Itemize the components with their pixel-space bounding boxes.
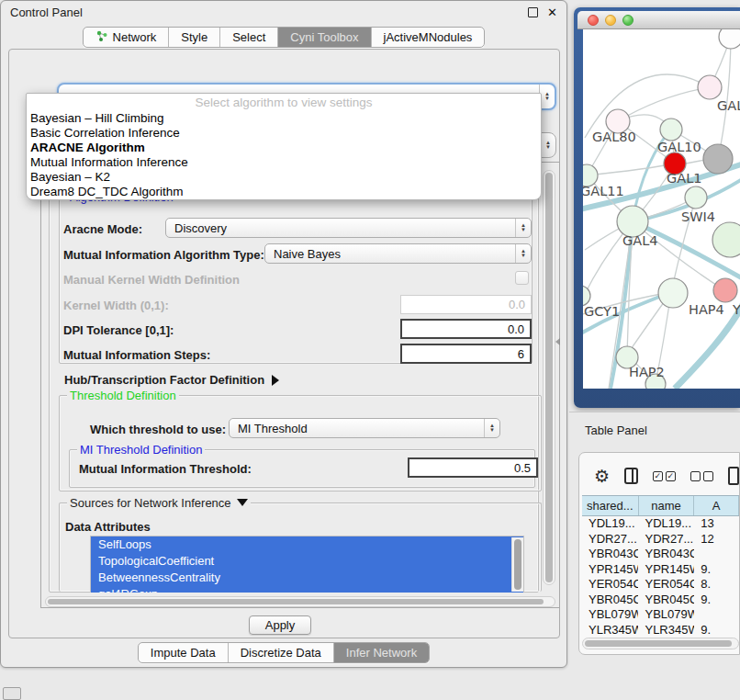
collapse-down-icon — [237, 499, 248, 506]
table-horizontal-scrollbar[interactable] — [582, 638, 739, 649]
mi-steps-field[interactable]: 6 — [400, 344, 532, 364]
apply-button[interactable]: Apply — [249, 615, 311, 635]
node-label: GAL4 — [622, 233, 657, 248]
network-edge[interactable] — [686, 160, 705, 164]
attribute-item[interactable]: BetweennessCentrality — [91, 570, 523, 586]
column-header-a[interactable]: A — [694, 496, 739, 515]
network-edge[interactable] — [587, 164, 675, 175]
table-row[interactable]: YLR345WYLR345W9. — [582, 623, 739, 638]
mi-algorithm-type-value: Naive Bayes — [265, 247, 515, 261]
network-node-swi4[interactable] — [685, 186, 707, 209]
gear-icon[interactable]: ⚙ — [594, 468, 610, 485]
corner-button[interactable] — [3, 687, 21, 700]
network-node-gal[interactable] — [698, 75, 722, 99]
tab-jactivemnodules[interactable]: jActiveMNodules — [371, 28, 485, 47]
network-window-titlebar — [577, 11, 740, 29]
network-node[interactable] — [719, 29, 740, 49]
tab-style[interactable]: Style — [168, 28, 219, 47]
bottom-tab-infer-network[interactable]: Infer Network — [333, 643, 429, 662]
algorithm-option[interactable]: Bayesian – Hill Climbing — [27, 111, 541, 126]
table-cell: YBR043C — [582, 547, 638, 562]
aracne-mode-value: Discovery — [166, 221, 515, 235]
zoom-traffic-light-icon[interactable] — [622, 15, 633, 26]
table-row[interactable]: YPR145WYPR145W9. — [582, 562, 739, 578]
table-row[interactable]: YBL079WYBL079W — [582, 607, 739, 623]
bottom-tab-impute-data[interactable]: Impute Data — [139, 643, 228, 662]
bottom-tabs-row: Impute DataDiscretize DataInfer Network — [1, 642, 566, 663]
table-row[interactable]: YDR27...YDR27...12 — [582, 532, 739, 548]
algorithm-option[interactable]: Bayesian – K2 — [27, 170, 541, 185]
node-label: GAL10 — [657, 140, 701, 154]
node-label: SWI4 — [681, 209, 715, 224]
float-panel-icon[interactable] — [528, 7, 538, 17]
mi-algorithm-type-combo[interactable]: Naive Bayes ▲▼ — [264, 243, 532, 264]
network-node-gcy1[interactable] — [583, 286, 590, 306]
mi-threshold-field[interactable]: 0.5 — [408, 457, 538, 478]
table-cell: YER054C — [582, 577, 638, 593]
network-node-hap4[interactable] — [658, 278, 688, 308]
control-panel-titlebar: Control Panel ✕ — [1, 1, 566, 23]
document-icon[interactable] — [728, 467, 739, 485]
network-node[interactable] — [712, 222, 740, 257]
column-header-shared-[interactable]: shared... — [582, 496, 639, 515]
algorithm-option[interactable]: Mutual Information Inference — [27, 155, 541, 170]
control-panel-window: Control Panel ✕ NetworkStyleSelectCyni T… — [0, 0, 567, 668]
attribute-item[interactable]: TopologicalCoefficient — [91, 553, 523, 570]
table-cell: YER054C — [638, 577, 694, 593]
manual-kernel-width-checkbox[interactable] — [515, 271, 529, 285]
table-row[interactable]: YER054CYER054C8. — [582, 577, 739, 593]
deselect-all-icon[interactable] — [690, 471, 713, 481]
table-cell: YLR345W — [582, 623, 638, 638]
node-label: GCY1 — [584, 304, 620, 319]
combo-stepper-icon: ▲▼ — [540, 133, 555, 157]
settings-horizontal-scrollbar[interactable] — [45, 596, 555, 607]
algorithm-option[interactable]: ARACNE Algorithm — [27, 141, 541, 155]
bottom-tab-discretize-data[interactable]: Discretize Data — [228, 643, 333, 662]
sources-toggle[interactable]: Sources for Network Inference — [67, 496, 251, 510]
hub-definition-toggle[interactable]: Hub/Transcription Factor Definition — [64, 373, 279, 387]
cyni-algorithm-settings-group: Cyni Algorithm Settings Algorithm Defini… — [49, 168, 539, 593]
node-label: Y — [732, 302, 740, 317]
manual-kernel-width-label: Manual Kernel Width Definition — [63, 273, 240, 287]
table-row[interactable]: YBR043CYBR043C — [582, 547, 739, 562]
close-traffic-light-icon[interactable] — [588, 15, 599, 26]
table-cell — [694, 607, 739, 623]
table-cell: YBL079W — [582, 607, 638, 623]
network-node-gal10[interactable] — [660, 119, 682, 141]
node-label: HAP2 — [629, 365, 665, 379]
table-cell: YBR045C — [582, 593, 638, 608]
columns-icon[interactable] — [624, 468, 638, 484]
network-node-y[interactable] — [713, 278, 737, 302]
combo-stepper-icon: ▲▼ — [515, 219, 531, 237]
algorithm-option[interactable]: Basic Correlation Inference — [27, 126, 541, 141]
aracne-mode-combo[interactable]: Discovery ▲▼ — [165, 218, 532, 238]
dpi-tolerance-field[interactable]: 0.0 — [400, 319, 532, 339]
tab-network[interactable]: Network — [84, 28, 169, 47]
column-header-name[interactable]: name — [639, 496, 695, 515]
table-row[interactable]: YDL19...YDL19...13 — [582, 516, 739, 532]
panel-splitter-arrow[interactable] — [555, 338, 560, 345]
data-attributes-label: Data Attributes — [65, 520, 151, 534]
node-label: GAL1 — [667, 171, 701, 186]
control-panel-tabs: NetworkStyleSelectCyni ToolboxjActiveMNo… — [1, 27, 566, 48]
network-node[interactable] — [703, 144, 733, 174]
minimize-traffic-light-icon[interactable] — [605, 15, 616, 26]
kernel-width-field[interactable]: 0.0 — [400, 295, 532, 314]
node-label: GAL11 — [583, 184, 624, 198]
table-row[interactable]: YBR045CYBR045C9. — [582, 593, 739, 608]
network-canvas[interactable]: GALGAL80GAL10GAL1GAL11SWI4GAL4GCY1HAP4YH… — [583, 29, 740, 389]
bottom-tab-group: Impute DataDiscretize DataInfer Network — [138, 642, 430, 663]
attribute-item[interactable]: SelfLoops — [91, 536, 523, 553]
network-node-gal4[interactable] — [617, 206, 648, 237]
network-icon — [95, 29, 108, 45]
tab-cyni-toolbox[interactable]: Cyni Toolbox — [277, 28, 370, 47]
list-scrollbar[interactable] — [511, 537, 523, 592]
which-threshold-combo[interactable]: MI Threshold ▲▼ — [229, 418, 500, 438]
close-icon[interactable]: ✕ — [547, 7, 557, 17]
table-cell: YBR045C — [638, 593, 694, 608]
attribute-item[interactable]: gal4RGexp — [91, 586, 523, 593]
select-all-icon[interactable]: ✓✓ — [653, 471, 676, 481]
settings-vertical-scrollbar[interactable] — [543, 170, 555, 585]
algorithm-option[interactable]: Dream8 DC_TDC Algorithm — [27, 185, 541, 199]
tab-select[interactable]: Select — [219, 28, 277, 47]
